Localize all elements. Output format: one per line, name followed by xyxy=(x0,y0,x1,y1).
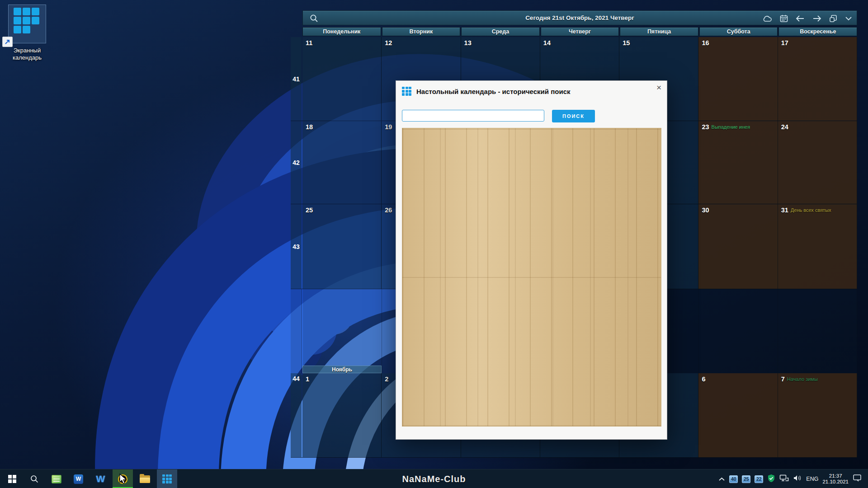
calendar-day-cell[interactable]: 30 xyxy=(698,204,778,289)
calendar-day-cell[interactable]: 31День всех святых xyxy=(778,204,857,289)
date-number: 2 xyxy=(385,375,388,383)
taskbar-icons: W W A xyxy=(2,469,177,488)
windows-copy-icon[interactable] xyxy=(829,14,837,23)
word-icon: W xyxy=(74,474,83,484)
arrow-left-icon[interactable] xyxy=(796,15,805,22)
tray-time: 21:37 xyxy=(822,473,849,479)
calendar-grid-icon xyxy=(14,8,39,33)
day-header: Вторник xyxy=(382,27,461,36)
date-number: 18 xyxy=(306,123,313,131)
tray-badges: 402522 xyxy=(729,475,763,483)
week-spacer xyxy=(291,289,302,373)
day-header-row: ПонедельникВторникСредаЧетвергПятницаСуб… xyxy=(302,27,857,36)
chevron-down-icon[interactable] xyxy=(845,16,852,21)
calendar-day-cell[interactable]: 7Начало зимы xyxy=(778,373,857,457)
calendar-day-cell[interactable]: 1 xyxy=(302,373,382,457)
notepad-icon xyxy=(52,475,61,483)
calendar-icon[interactable] xyxy=(780,14,788,23)
search-button[interactable]: поиск xyxy=(552,110,595,122)
date-number: 15 xyxy=(623,39,630,47)
close-icon[interactable]: × xyxy=(656,83,661,93)
calendar-empty-cell xyxy=(303,289,382,373)
day-header: Четверг xyxy=(541,27,619,36)
start-button[interactable] xyxy=(2,469,22,488)
desktop-icon-recycle-bin[interactable]: Корзина xyxy=(0,398,50,461)
language-indicator[interactable]: ENG xyxy=(806,476,818,482)
taskbar-brand-text: NaNaMe-Club xyxy=(402,469,466,488)
app-grid-icon xyxy=(402,87,411,96)
notification-bubble-icon[interactable] xyxy=(853,474,862,484)
calendar-day-cell[interactable]: 17 xyxy=(778,37,857,121)
speaker-icon[interactable] xyxy=(793,474,802,483)
w-logo-icon: W xyxy=(96,474,105,484)
calendar-grid-icon xyxy=(162,474,172,483)
search-input[interactable] xyxy=(402,110,544,122)
search-icon xyxy=(30,474,39,483)
desktop-icon-calendar[interactable]: Экранный календарь xyxy=(0,0,54,63)
date-number: 6 xyxy=(702,375,705,383)
date-number: 24 xyxy=(781,123,788,131)
date-number: 12 xyxy=(385,39,392,47)
day-header: Воскресенье xyxy=(778,27,857,36)
week-number: 43 xyxy=(291,204,302,289)
taskbar: W W A NaNaMe-Club 402522 ENG 21:37 21.10… xyxy=(0,469,868,488)
calendar-day-cell[interactable]: 16 xyxy=(698,37,778,121)
tray-clock[interactable]: 21:37 21.10.2021 xyxy=(822,473,849,485)
tray-date: 21.10.2021 xyxy=(822,479,849,485)
calendar-day-cell[interactable]: 24 xyxy=(778,121,857,204)
tray-chevron-up-icon[interactable] xyxy=(718,475,725,483)
week-number: 41 xyxy=(291,37,302,121)
date-number: 26 xyxy=(385,206,392,214)
explorer-button[interactable] xyxy=(135,469,155,488)
folder-icon xyxy=(140,475,150,483)
event-label: День всех святых xyxy=(791,207,831,213)
desktop-screen: Экранный календарь Корзина Сегодня 21st … xyxy=(0,0,868,488)
mouse-cursor xyxy=(118,474,127,484)
calendar-empty-cell xyxy=(699,289,778,373)
date-number: 7 xyxy=(781,375,785,383)
w-app-button[interactable]: W xyxy=(90,469,111,488)
system-tray: 402522 ENG 21:37 21.10.2021 xyxy=(718,469,862,488)
taskbar-search-button[interactable] xyxy=(24,469,44,488)
wood-panel xyxy=(402,128,661,427)
date-number: 14 xyxy=(543,39,551,47)
calendar-app-button-active[interactable] xyxy=(157,469,177,488)
notepadpp-button[interactable] xyxy=(46,469,66,488)
dialog-search-row: поиск xyxy=(402,110,595,122)
tray-badge[interactable]: 25 xyxy=(742,475,750,483)
date-number: 16 xyxy=(702,39,709,47)
calendar-titlebar: Сегодня 21st Октябрь, 2021 Четверг xyxy=(302,10,857,25)
historical-search-dialog: × Настольный календарь - исторический по… xyxy=(396,80,667,440)
calendar-day-cell[interactable]: 25 xyxy=(302,204,382,289)
day-header: Пятница xyxy=(620,27,698,36)
arrow-right-icon[interactable] xyxy=(812,15,821,22)
date-number: 30 xyxy=(702,206,709,214)
day-header: Среда xyxy=(461,27,540,36)
tray-badge[interactable]: 22 xyxy=(755,475,763,483)
day-header: Суббота xyxy=(699,27,778,36)
event-label: Начало зимы xyxy=(787,376,818,382)
calendar-day-cell[interactable]: 23Выпадение инея xyxy=(698,121,778,204)
calendar-day-cell[interactable]: 18 xyxy=(302,121,382,204)
windows-logo-icon xyxy=(8,475,16,483)
week-number: 42 xyxy=(291,121,302,204)
date-number: 31 xyxy=(781,206,788,214)
calendar-day-cell[interactable]: 6 xyxy=(698,373,778,457)
date-number: 13 xyxy=(464,39,472,47)
cloud-icon[interactable] xyxy=(762,15,772,22)
word-button[interactable]: W xyxy=(68,469,89,488)
shortcut-arrow-icon xyxy=(2,37,13,47)
desktop-icon-label: Экранный календарь xyxy=(4,47,51,61)
calendar-empty-cell xyxy=(778,289,857,373)
network-icon[interactable] xyxy=(779,474,789,483)
week-number: 44 xyxy=(291,373,302,457)
security-shield-icon[interactable] xyxy=(767,474,775,484)
date-number: 19 xyxy=(385,123,392,131)
tray-badge[interactable]: 40 xyxy=(729,475,738,483)
dialog-title: Настольный календарь - исторический поис… xyxy=(416,88,571,95)
date-number: 11 xyxy=(306,39,312,47)
event-label: Выпадение инея xyxy=(712,124,750,130)
date-number: 17 xyxy=(781,39,788,47)
calendar-day-cell[interactable]: 11 xyxy=(302,37,382,121)
dialog-titlebar: Настольный календарь - исторический поис… xyxy=(402,87,571,96)
